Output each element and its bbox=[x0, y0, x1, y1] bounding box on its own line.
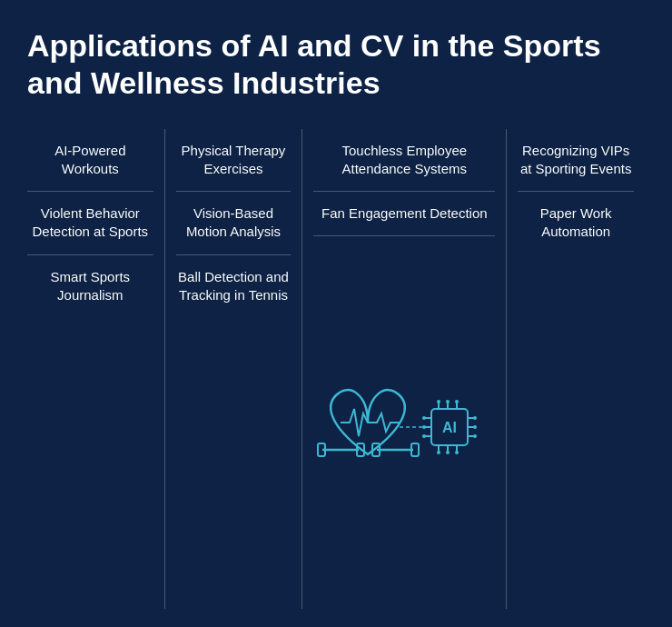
svg-point-31 bbox=[473, 434, 477, 438]
entry-physical-therapy: Physical Therapy Exercises bbox=[176, 129, 292, 193]
svg-point-24 bbox=[446, 451, 450, 454]
entry-vision-motion: Vision-Based Motion Analysis bbox=[176, 192, 292, 255]
svg-point-26 bbox=[422, 416, 426, 420]
icon-placeholder: AI bbox=[313, 236, 495, 609]
svg-text:AI: AI bbox=[442, 420, 457, 435]
svg-point-23 bbox=[437, 451, 440, 454]
svg-point-28 bbox=[422, 434, 426, 438]
entry-fan-engagement: Fan Engagement Detection bbox=[313, 192, 495, 236]
svg-point-25 bbox=[455, 451, 459, 454]
main-grid: AI-Powered Workouts Violent Behavior Det… bbox=[27, 129, 645, 609]
column-3: Touchless Employee Attendance Systems Fa… bbox=[302, 129, 507, 609]
svg-point-30 bbox=[473, 425, 477, 429]
column-2: Physical Therapy Exercises Vision-Based … bbox=[165, 129, 303, 609]
svg-point-20 bbox=[437, 400, 440, 403]
entry-violent-behavior: Violent Behavior Detection at Sports bbox=[27, 192, 153, 255]
svg-point-22 bbox=[455, 400, 459, 403]
entry-smart-sports: Smart Sports Journalism bbox=[27, 255, 153, 318]
column-4: Recognizing VIPs at Sporting Events Pape… bbox=[507, 129, 645, 609]
entry-ai-workouts: AI-Powered Workouts bbox=[27, 129, 153, 193]
svg-point-21 bbox=[446, 400, 450, 403]
column-1: AI-Powered Workouts Violent Behavior Det… bbox=[27, 129, 165, 609]
page-container: Applications of AI and CV in the Sports … bbox=[0, 0, 672, 627]
svg-point-29 bbox=[473, 416, 477, 420]
ai-sports-icon: AI bbox=[313, 359, 495, 486]
entry-paperwork: Paper Work Automation bbox=[518, 192, 634, 254]
page-title: Applications of AI and CV in the Sports … bbox=[27, 27, 645, 102]
entry-recognizing-vips: Recognizing VIPs at Sporting Events bbox=[518, 129, 634, 193]
svg-point-27 bbox=[422, 425, 426, 429]
entry-touchless-attendance: Touchless Employee Attendance Systems bbox=[313, 129, 495, 193]
entry-ball-detection: Ball Detection and Tracking in Tennis bbox=[176, 255, 292, 318]
